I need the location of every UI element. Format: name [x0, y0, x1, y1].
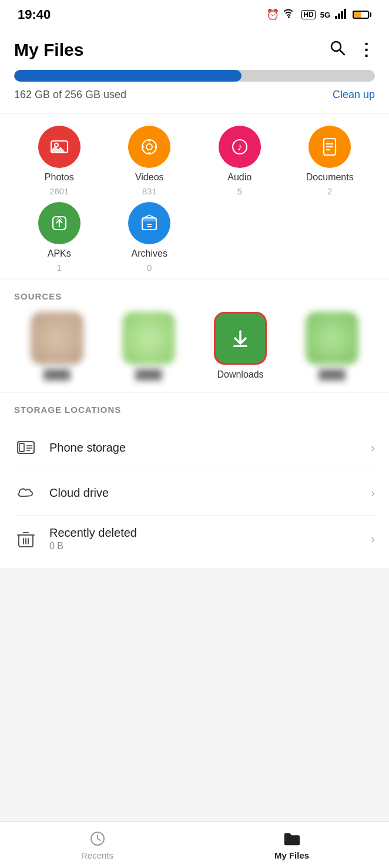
header-actions: ⋮: [328, 39, 375, 60]
svg-point-14: [155, 146, 157, 148]
archives-count: 0: [147, 263, 152, 272]
category-documents[interactable]: Documents 2: [285, 126, 375, 196]
source2-label: ████: [135, 369, 162, 380]
source-item-1[interactable]: ████: [14, 312, 100, 380]
category-section: Photos 2601 Videos 831: [0, 114, 389, 278]
header: My Files ⋮: [0, 29, 389, 70]
source1-label: ████: [43, 369, 70, 380]
archives-label: Archives: [132, 248, 167, 259]
svg-point-13: [142, 146, 144, 148]
svg-rect-30: [19, 443, 24, 452]
status-bar: 19:40 ⏰ HD 5G: [0, 0, 389, 29]
sources-title: SOURCES: [14, 291, 375, 301]
category-audio[interactable]: ♪ Audio 5: [195, 126, 285, 196]
battery-icon: [353, 11, 371, 19]
sources-section: SOURCES ████ ████ Downloads: [0, 280, 389, 392]
source-item-4[interactable]: ████: [289, 312, 375, 380]
videos-label: Videos: [135, 171, 164, 183]
source1-icon: [31, 312, 83, 365]
apks-label: APKs: [48, 248, 71, 259]
svg-rect-3: [341, 11, 343, 19]
recently-deleted-chevron: ›: [371, 532, 375, 546]
cloud-drive-chevron: ›: [371, 486, 375, 500]
recently-deleted-icon: [14, 527, 38, 551]
phone-storage-info: Phone storage: [49, 441, 371, 455]
photos-count: 2601: [49, 186, 69, 196]
svg-line-42: [98, 839, 100, 840]
apks-icon-circle: [38, 202, 81, 244]
cloud-drive-info: Cloud drive: [49, 486, 371, 500]
status-icons: ⏰ HD 5G: [266, 8, 371, 21]
wifi-icon: [284, 8, 297, 21]
storage-locations-title: STORAGE LOCATIONS: [14, 405, 375, 415]
page-title: My Files: [14, 40, 83, 60]
svg-rect-1: [335, 16, 337, 19]
storage-bar-fill: [14, 70, 242, 82]
cleanup-button[interactable]: Clean up: [333, 89, 375, 101]
recently-deleted-sub: 0 B: [49, 541, 371, 551]
source-item-downloads[interactable]: Downloads: [197, 312, 283, 380]
svg-rect-2: [338, 14, 340, 19]
sources-grid: ████ ████ Downloads ████: [14, 312, 375, 380]
documents-count: 2: [327, 186, 332, 196]
svg-point-0: [288, 16, 290, 18]
recents-label: Recents: [81, 850, 113, 860]
nav-myfiles[interactable]: My Files: [195, 829, 389, 860]
cloud-drive-icon: [14, 481, 38, 504]
svg-line-6: [340, 50, 344, 55]
photos-label: Photos: [45, 171, 74, 183]
category-grid-row1: Photos 2601 Videos 831: [14, 126, 375, 196]
audio-icon-circle: ♪: [219, 126, 261, 168]
archives-icon-circle: [128, 202, 170, 244]
svg-rect-28: [233, 345, 247, 347]
audio-count: 5: [237, 186, 242, 196]
cloud-drive-name: Cloud drive: [49, 486, 371, 500]
bottom-nav: Recents My Files: [0, 821, 389, 868]
recently-deleted-info: Recently deleted 0 B: [49, 526, 371, 551]
svg-rect-24: [142, 218, 156, 221]
hd-icon: HD: [301, 10, 315, 19]
svg-point-9: [142, 140, 156, 154]
downloads-icon: [214, 312, 267, 365]
category-photos[interactable]: Photos 2601: [14, 126, 105, 196]
recents-icon: [88, 829, 107, 848]
storage-section: 162 GB of 256 GB used Clean up: [0, 70, 389, 113]
videos-icon-circle: [128, 126, 170, 168]
audio-label: Audio: [227, 171, 251, 183]
nav-recents[interactable]: Recents: [0, 829, 195, 860]
search-icon[interactable]: [328, 39, 346, 60]
alarm-icon: ⏰: [266, 8, 279, 21]
documents-label: Documents: [306, 171, 354, 183]
svg-point-11: [148, 139, 150, 142]
cloud-drive-item[interactable]: Cloud drive ›: [14, 470, 375, 516]
recently-deleted-item[interactable]: Recently deleted 0 B ›: [14, 516, 375, 562]
source2-icon: [122, 312, 175, 365]
svg-text:♪: ♪: [237, 141, 242, 153]
downloads-label: Downloads: [217, 369, 263, 380]
recently-deleted-name: Recently deleted: [49, 526, 371, 540]
storage-locations-section: STORAGE LOCATIONS Phone storage › Cloud …: [0, 393, 389, 568]
phone-storage-icon: [14, 436, 38, 459]
svg-rect-4: [344, 9, 346, 19]
storage-info: 162 GB of 256 GB used Clean up: [14, 89, 375, 101]
category-archives[interactable]: Archives 0: [105, 202, 195, 272]
svg-point-10: [146, 144, 152, 150]
phone-storage-item[interactable]: Phone storage ›: [14, 425, 375, 470]
more-icon[interactable]: ⋮: [358, 40, 375, 59]
category-apks[interactable]: APKs 1: [14, 202, 105, 272]
storage-bar: [14, 70, 375, 82]
photos-icon-circle: [38, 126, 81, 168]
category-videos[interactable]: Videos 831: [105, 126, 195, 196]
source4-label: ████: [318, 369, 345, 380]
status-time: 19:40: [18, 7, 51, 22]
signal-icon: [335, 8, 348, 21]
phone-storage-name: Phone storage: [49, 441, 371, 455]
category-grid-row2: APKs 1 Archives 0: [14, 202, 375, 272]
apks-count: 1: [57, 263, 62, 272]
phone-storage-chevron: ›: [371, 441, 375, 455]
myfiles-label: My Files: [274, 850, 309, 860]
source4-icon: [306, 312, 358, 365]
myfiles-icon: [283, 829, 301, 848]
source-item-2[interactable]: ████: [106, 312, 192, 380]
videos-count: 831: [142, 186, 157, 196]
